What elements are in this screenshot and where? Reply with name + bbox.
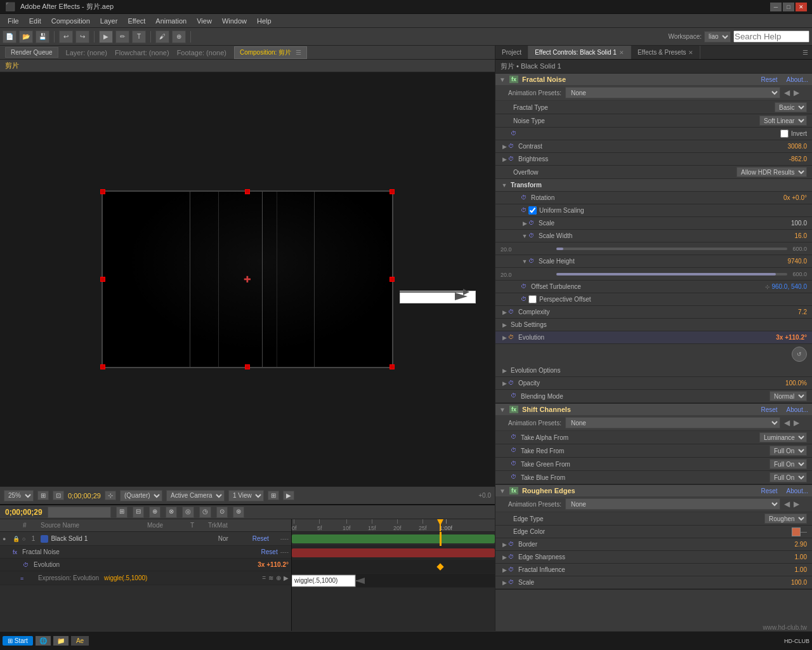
invert-stopwatch[interactable]: ⏱ bbox=[511, 130, 518, 138]
uniform-scaling-checkbox[interactable] bbox=[528, 206, 537, 215]
uniform-scaling-label[interactable]: Uniform Scaling bbox=[528, 206, 584, 215]
menu-help[interactable]: Help bbox=[252, 16, 277, 26]
comp-tab-menu[interactable]: ☰ bbox=[296, 49, 301, 56]
layer-visibility-icon[interactable]: ● bbox=[3, 536, 10, 542]
sub-settings-expand[interactable]: ▶ bbox=[501, 321, 508, 329]
rotation-row[interactable]: ⏱ Rotation 0x +0.0° bbox=[495, 192, 812, 204]
expr-btn-expand[interactable]: ▶ bbox=[284, 574, 289, 581]
roughen-edges-reset[interactable]: Reset bbox=[761, 488, 777, 494]
scale-width-expand[interactable]: ▼ bbox=[521, 232, 528, 240]
timeline-evolution-row[interactable]: ⏱ Evolution 3x +110.2° bbox=[0, 559, 291, 571]
open-btn[interactable]: 📂 bbox=[19, 30, 33, 43]
project-tab[interactable]: Project bbox=[495, 46, 528, 59]
start-button[interactable]: ⊞ Start bbox=[3, 636, 33, 646]
collapse-icon[interactable]: ▼ bbox=[499, 76, 506, 83]
snap-btn[interactable]: ⊹ bbox=[105, 491, 116, 500]
take-green-row[interactable]: ⏱ Take Green From Full On bbox=[495, 458, 812, 471]
anim-next-btn[interactable]: ▶ bbox=[794, 88, 799, 97]
blending-mode-dropdown[interactable]: Normal bbox=[769, 391, 807, 401]
menu-layer[interactable]: Layer bbox=[95, 16, 123, 26]
expr-btn-graph[interactable]: ≋ bbox=[268, 574, 273, 581]
grid-btn[interactable]: ⊞ bbox=[268, 491, 279, 500]
timeline-search-input[interactable] bbox=[48, 507, 111, 518]
effect-controls-tab[interactable]: Effect Controls: Black Solid 1 ✕ bbox=[528, 46, 631, 59]
brightness-expand[interactable]: ▶ bbox=[501, 156, 508, 163]
shift-channels-title[interactable]: ▼ fx Shift Channels Reset About... bbox=[495, 404, 812, 415]
edge-type-row[interactable]: Edge Type Roughen bbox=[495, 512, 812, 526]
close-button[interactable]: ✕ bbox=[796, 3, 807, 11]
evolution-opts-expand[interactable]: ▶ bbox=[501, 367, 508, 375]
complexity-stopwatch[interactable]: ⏱ bbox=[508, 308, 516, 316]
brightness-row[interactable]: ▶ ⏱ Brightness -862.0 bbox=[495, 153, 812, 166]
quality-dropdown[interactable]: (Quarter) bbox=[120, 490, 162, 501]
tool-pen[interactable]: ✏ bbox=[115, 30, 129, 43]
scale-height-slider-row[interactable]: 20.0 600.0 bbox=[495, 268, 812, 281]
tl-btn-4[interactable]: ⊗ bbox=[166, 507, 177, 518]
scale-width-slider[interactable] bbox=[556, 248, 787, 250]
layer-name[interactable]: Black Solid 1 bbox=[51, 535, 215, 542]
menu-window[interactable]: Window bbox=[217, 16, 252, 26]
noise-type-row[interactable]: Noise Type Soft Linear bbox=[495, 114, 812, 128]
scale-width-stopwatch[interactable]: ⏱ bbox=[528, 232, 536, 240]
take-green-dropdown[interactable]: Full On bbox=[769, 459, 807, 469]
opacity-stopwatch[interactable]: ⏱ bbox=[508, 380, 516, 387]
view-dropdown[interactable]: 1 View bbox=[228, 490, 264, 501]
tool-type[interactable]: T bbox=[132, 30, 146, 43]
contrast-stopwatch[interactable]: ⏱ bbox=[508, 143, 516, 150]
scale-height-value[interactable]: 9740.0 bbox=[787, 258, 807, 265]
layer-color-swatch[interactable] bbox=[41, 535, 48, 543]
take-red-dropdown[interactable]: Full On bbox=[769, 446, 807, 456]
rotation-value[interactable]: 0x +0.0° bbox=[783, 194, 807, 201]
tl-btn-7[interactable]: ⊙ bbox=[216, 507, 228, 518]
expr-btn-enable[interactable]: = bbox=[262, 574, 266, 581]
shift-anim-dropdown[interactable]: None bbox=[565, 417, 780, 428]
opacity-value[interactable]: 100.0% bbox=[785, 380, 807, 387]
roughen-anim-prev[interactable]: ◀ bbox=[784, 500, 790, 508]
scale-row[interactable]: ▶ ⏱ Scale 100.0 bbox=[495, 217, 812, 230]
composition-tab[interactable]: Composition: 剪片 ☰ bbox=[234, 46, 307, 59]
fractal-influence-row[interactable]: ▶ ⏱ Fractal Influence 1.00 bbox=[495, 564, 812, 576]
fractal-noise-title[interactable]: ▼ fx Fractal Noise Reset About... bbox=[495, 74, 812, 85]
fractal-type-dropdown[interactable]: Basic bbox=[775, 102, 807, 112]
layer-reset-link[interactable]: Reset bbox=[252, 535, 278, 542]
keyframe-diamond[interactable] bbox=[436, 563, 443, 570]
evolution-row[interactable]: ▶ ⏱ Evolution 3x +110.2° bbox=[495, 331, 812, 344]
scale-expand[interactable]: ▶ bbox=[521, 220, 528, 227]
tool-select[interactable]: ▶ bbox=[99, 30, 113, 43]
contrast-row[interactable]: ▶ ⏱ Contrast 3008.0 bbox=[495, 140, 812, 153]
layer-lock-icon[interactable]: 🔒 bbox=[13, 536, 20, 542]
fractal-noise-reset[interactable]: Reset bbox=[761, 76, 777, 83]
transform-expand[interactable]: ▼ bbox=[501, 182, 508, 189]
scale-height-expand[interactable]: ▼ bbox=[521, 258, 528, 265]
edge-type-dropdown[interactable]: Roughen bbox=[764, 514, 807, 524]
noise-type-dropdown[interactable]: Soft Linear bbox=[759, 116, 807, 126]
roughen-anim-dropdown[interactable]: None bbox=[565, 498, 780, 510]
scale-value[interactable]: 100.0 bbox=[791, 220, 807, 227]
take-red-row[interactable]: ⏱ Take Red From Full On bbox=[495, 444, 812, 458]
menu-composition[interactable]: Composition bbox=[46, 16, 95, 26]
contrast-expand[interactable]: ▶ bbox=[501, 143, 508, 150]
undo-btn[interactable]: ↩ bbox=[59, 30, 73, 43]
fractal-inf-stopwatch[interactable]: ⏱ bbox=[508, 566, 516, 574]
offset-crosshair-icon[interactable]: ⊹ bbox=[765, 284, 770, 290]
offset-turbulence-row[interactable]: ⏱ Offset Turbulence ⊹ 960.0, 540.0 bbox=[495, 281, 812, 293]
render-btn[interactable]: ▶ bbox=[283, 491, 294, 500]
search-help-input[interactable] bbox=[733, 30, 809, 43]
evolution-circle-btn[interactable]: ↺ bbox=[792, 347, 807, 362]
perspective-offset-label[interactable]: Perspective Offset bbox=[528, 295, 591, 303]
overflow-dropdown[interactable]: Allow HDR Results bbox=[737, 167, 807, 177]
alpha-stopwatch[interactable]: ⏱ bbox=[511, 434, 518, 441]
contrast-value[interactable]: 3008.0 bbox=[787, 143, 807, 150]
tl-btn-1[interactable]: ⊞ bbox=[116, 507, 128, 518]
anim-prev-btn[interactable]: ◀ bbox=[784, 88, 790, 97]
taskbar-explorer[interactable]: 📁 bbox=[53, 636, 69, 646]
edge-color-row[interactable]: Edge Color — bbox=[495, 526, 812, 538]
shift-anim-prev[interactable]: ◀ bbox=[784, 418, 790, 427]
border-row[interactable]: ▶ ⏱ Border 2.90 bbox=[495, 538, 812, 551]
window-controls[interactable]: ─ □ ✕ bbox=[770, 3, 807, 11]
roughen-scale-row[interactable]: ▶ ⏱ Scale 100.0 bbox=[495, 576, 812, 589]
render-queue-tab[interactable]: Render Queue bbox=[5, 47, 58, 58]
redo-btn[interactable]: ↪ bbox=[75, 30, 89, 43]
camera-dropdown[interactable]: Active Camera bbox=[166, 490, 225, 501]
safe-btn[interactable]: ⊡ bbox=[53, 491, 64, 500]
